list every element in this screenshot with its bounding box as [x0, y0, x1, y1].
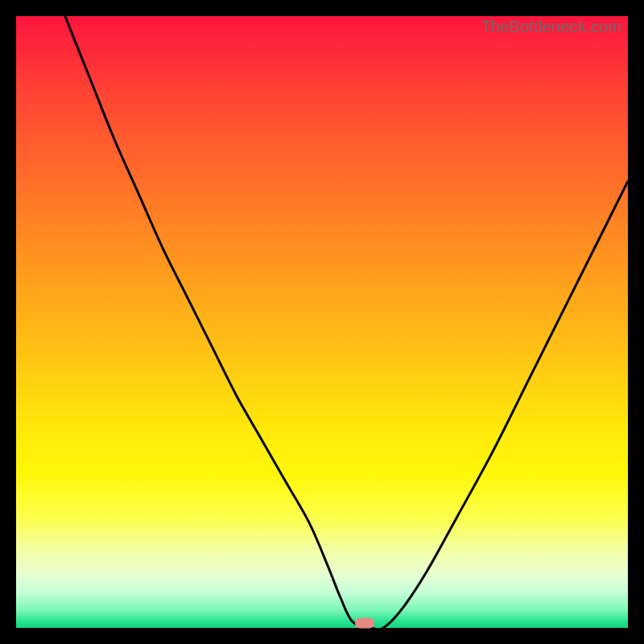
- optimal-marker: [355, 617, 374, 628]
- chart-frame: TheBottleneck.com: [0, 0, 644, 644]
- curve-path: [65, 16, 628, 628]
- bottleneck-curve: [16, 16, 628, 628]
- watermark-text: TheBottleneck.com: [481, 18, 621, 36]
- plot-area: TheBottleneck.com: [16, 16, 628, 628]
